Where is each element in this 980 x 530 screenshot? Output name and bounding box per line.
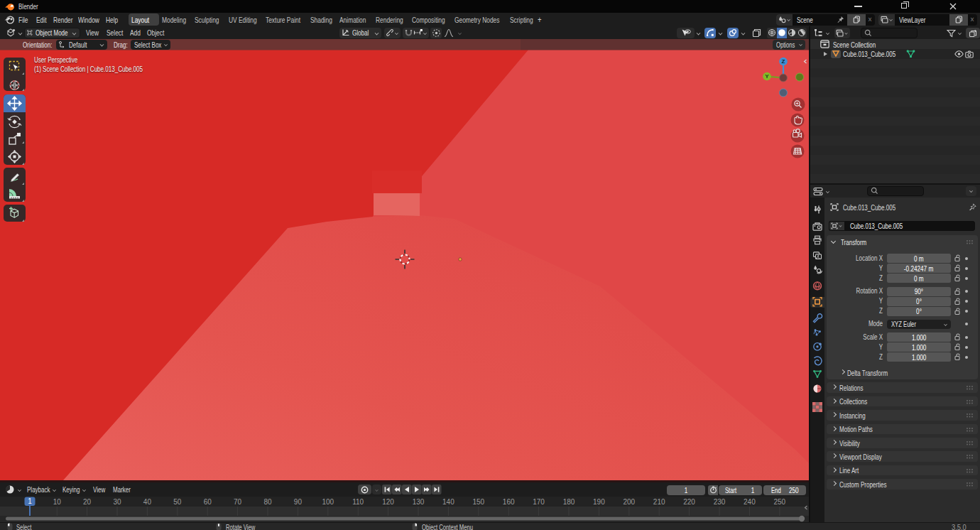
svg-text:30: 30 (113, 498, 121, 506)
svg-text:160: 160 (503, 498, 515, 506)
svg-text:1: 1 (28, 497, 32, 505)
svg-text:Z: Z (782, 58, 785, 65)
svg-text:240: 240 (744, 498, 756, 506)
svg-text:220: 220 (683, 498, 695, 506)
svg-text:190: 190 (593, 498, 605, 506)
svg-text:180: 180 (563, 498, 575, 506)
svg-text:110: 110 (352, 498, 364, 506)
svg-text:210: 210 (653, 498, 665, 506)
svg-text:Y: Y (765, 73, 769, 80)
svg-text:80: 80 (263, 498, 272, 506)
svg-text:100: 100 (322, 498, 334, 506)
svg-text:60: 60 (204, 498, 212, 506)
svg-text:70: 70 (234, 498, 242, 506)
svg-text:250: 250 (773, 498, 785, 506)
svg-text:200: 200 (623, 498, 635, 506)
svg-text:230: 230 (714, 498, 726, 506)
svg-text:120: 120 (382, 498, 394, 506)
svg-text:170: 170 (533, 498, 545, 506)
svg-text:50: 50 (173, 498, 182, 506)
svg-text:130: 130 (413, 498, 425, 506)
svg-text:10: 10 (53, 498, 62, 506)
svg-text:40: 40 (143, 498, 152, 506)
svg-text:150: 150 (472, 498, 484, 506)
svg-text:140: 140 (442, 498, 454, 506)
svg-text:20: 20 (83, 498, 92, 506)
svg-text:90: 90 (294, 498, 303, 506)
